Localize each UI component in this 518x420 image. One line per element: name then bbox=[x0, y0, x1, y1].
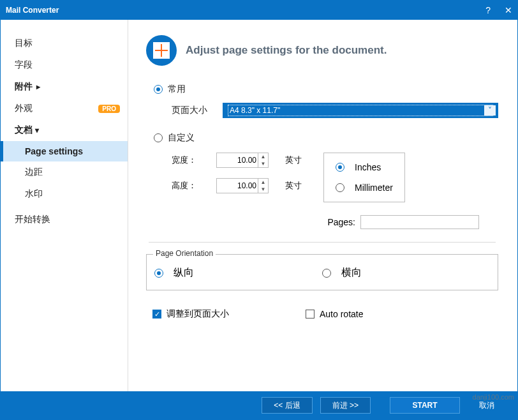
page-settings-icon bbox=[146, 35, 177, 66]
sidebar-sub-watermark[interactable]: 水印 bbox=[1, 183, 128, 205]
sidebar-sub-pagesettings[interactable]: Page settings bbox=[1, 141, 128, 161]
sidebar-item-start[interactable]: 开始转换 bbox=[1, 209, 128, 230]
checkbox-autorotate[interactable] bbox=[306, 310, 314, 319]
spin-down-icon[interactable]: ▼ bbox=[258, 160, 268, 167]
radio-custom[interactable] bbox=[154, 133, 163, 142]
body: 目标 字段 附件 外观 PRO 文档 Page settings 边距 水印 开… bbox=[1, 20, 517, 391]
radio-common[interactable] bbox=[154, 85, 163, 94]
check-autorotate[interactable]: Auto rotate bbox=[306, 309, 364, 319]
orientation-landscape[interactable]: 横向 bbox=[322, 266, 490, 280]
sidebar-item-dest[interactable]: 目标 bbox=[1, 33, 128, 54]
orientation-portrait[interactable]: 纵向 bbox=[154, 266, 322, 280]
option-common[interactable]: 常用 bbox=[154, 84, 498, 95]
pages-row: Pages: bbox=[146, 215, 479, 229]
cancel-button[interactable]: 取消 bbox=[468, 397, 506, 414]
pages-input[interactable] bbox=[360, 215, 479, 229]
titlebar: Mail Converter ? ✕ bbox=[1, 1, 517, 20]
main-panel: Adjust page settings for the document. 常… bbox=[128, 20, 517, 391]
pages-label: Pages: bbox=[327, 217, 355, 227]
window-controls: ? ✕ bbox=[485, 5, 512, 15]
start-button[interactable]: START bbox=[390, 397, 460, 414]
footer: << 后退 前进 >> START 取消 bbox=[1, 391, 517, 419]
sidebar: 目标 字段 附件 外观 PRO 文档 Page settings 边距 水印 开… bbox=[1, 20, 128, 391]
next-button[interactable]: 前进 >> bbox=[320, 397, 371, 414]
width-input[interactable]: 10.00 ▲▼ bbox=[216, 153, 269, 168]
page-size-row: 页面大小 A4 8.3" x 11.7" ˅ bbox=[172, 103, 498, 118]
sidebar-item-attach[interactable]: 附件 bbox=[1, 76, 128, 98]
radio-inches[interactable] bbox=[336, 163, 344, 172]
unit-inches[interactable]: Inches bbox=[336, 162, 393, 172]
check-row: 调整到页面大小 Auto rotate bbox=[152, 308, 498, 320]
radio-portrait[interactable] bbox=[154, 269, 163, 278]
checkbox-fit[interactable] bbox=[152, 310, 161, 319]
sidebar-item-appearance[interactable]: 外观 PRO bbox=[1, 98, 128, 119]
pro-badge: PRO bbox=[98, 105, 120, 113]
sidebar-item-fields[interactable]: 字段 bbox=[1, 54, 128, 76]
orientation-legend: Page Orientation bbox=[153, 249, 216, 258]
close-icon[interactable]: ✕ bbox=[505, 5, 512, 15]
window-title: Mail Converter bbox=[6, 6, 59, 15]
sidebar-item-doc[interactable]: 文档 bbox=[1, 119, 128, 141]
page-size-label: 页面大小 bbox=[172, 105, 216, 116]
height-input[interactable]: 10.00 ▲▼ bbox=[216, 178, 269, 193]
orientation-fieldset: Page Orientation 纵向 横向 bbox=[146, 254, 498, 290]
chevron-down-icon[interactable]: ˅ bbox=[484, 105, 496, 116]
sidebar-sub-margins[interactable]: 边距 bbox=[1, 161, 128, 183]
spin-down-icon[interactable]: ▼ bbox=[258, 186, 268, 193]
unit-mm[interactable]: Millimeter bbox=[336, 183, 393, 193]
radio-mm[interactable] bbox=[336, 183, 344, 192]
page-header: Adjust page settings for the document. bbox=[146, 35, 498, 66]
back-button[interactable]: << 后退 bbox=[262, 397, 312, 414]
page-size-select[interactable]: A4 8.3" x 11.7" ˅ bbox=[223, 103, 498, 118]
width-row: 宽度： 10.00 ▲▼ 英寸 bbox=[172, 153, 311, 168]
radio-landscape[interactable] bbox=[322, 269, 331, 278]
help-icon[interactable]: ? bbox=[485, 5, 491, 15]
page-title: Adjust page settings for the document. bbox=[186, 44, 387, 57]
custom-block: 宽度： 10.00 ▲▼ 英寸 高度： 10.00 ▲▼ 英寸 bbox=[172, 153, 498, 202]
separator bbox=[149, 242, 496, 243]
unit-box: Inches Millimeter bbox=[323, 153, 405, 202]
spin-up-icon[interactable]: ▲ bbox=[258, 179, 268, 186]
option-custom[interactable]: 自定义 bbox=[154, 132, 498, 144]
check-fit[interactable]: 调整到页面大小 bbox=[152, 308, 229, 320]
height-row: 高度： 10.00 ▲▼ 英寸 bbox=[172, 178, 311, 193]
spin-up-icon[interactable]: ▲ bbox=[258, 153, 268, 160]
app-window: Mail Converter ? ✕ 目标 字段 附件 外观 PRO 文档 Pa… bbox=[0, 0, 518, 420]
